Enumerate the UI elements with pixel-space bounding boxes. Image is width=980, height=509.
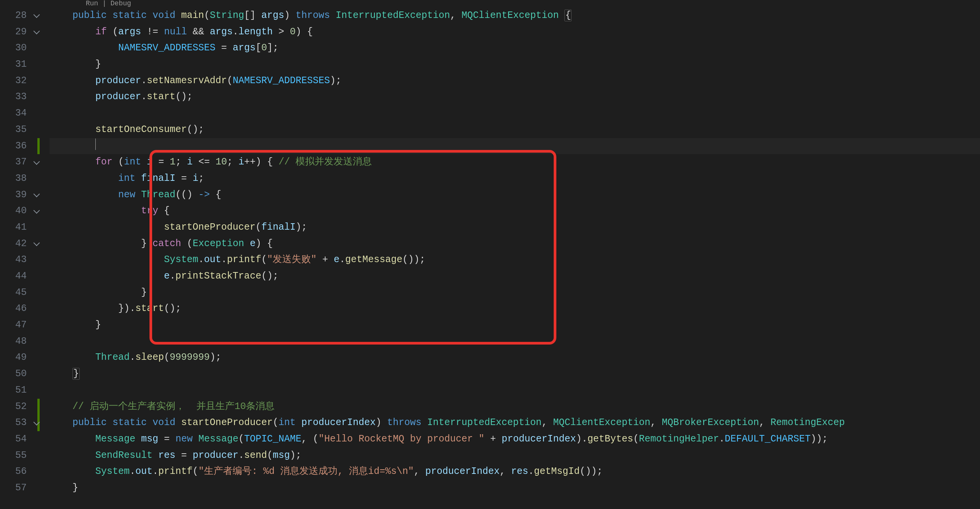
- line-number: 57: [0, 480, 42, 496]
- line-number: 32: [0, 73, 42, 89]
- line-number: 44: [0, 268, 42, 285]
- code-line[interactable]: new Thread(() -> {: [50, 187, 980, 203]
- line-number: 42: [0, 236, 42, 252]
- code-line[interactable]: }: [50, 366, 980, 382]
- line-number: 28: [0, 8, 42, 24]
- line-number: 33: [0, 89, 42, 105]
- codelens-run[interactable]: Run: [86, 0, 98, 7]
- code-line[interactable]: }: [50, 56, 980, 73]
- code-line[interactable]: Message msg = new Message(TOPIC_NAME, ("…: [50, 431, 980, 448]
- code-content-area[interactable]: Run | Debug public static void main(Stri…: [42, 0, 980, 509]
- code-line[interactable]: startOneProducer(finalI);: [50, 219, 980, 236]
- line-number: 50: [0, 366, 42, 382]
- line-number: 49: [0, 350, 42, 366]
- line-number: 38: [0, 171, 42, 187]
- line-number: 43: [0, 252, 42, 268]
- code-line[interactable]: int finalI = i;: [50, 171, 980, 187]
- code-line[interactable]: [50, 105, 980, 122]
- line-number: 41: [0, 219, 42, 236]
- code-editor: 2829303132333435363738394041424344454647…: [0, 0, 980, 509]
- line-number: 39: [0, 187, 42, 203]
- line-number: 51: [0, 382, 42, 399]
- code-line[interactable]: public static void main(String[] args) t…: [50, 8, 980, 24]
- line-number: 30: [0, 40, 42, 56]
- codelens-debug[interactable]: Debug: [111, 0, 131, 7]
- code-line[interactable]: // 启动一个生产者实例， 并且生产10条消息: [50, 399, 980, 415]
- line-number: 47: [0, 317, 42, 333]
- line-number: 45: [0, 285, 42, 301]
- code-line[interactable]: }).start();: [50, 301, 980, 317]
- line-number: 35: [0, 122, 42, 138]
- code-line-current[interactable]: [50, 138, 980, 155]
- line-number: 53: [0, 415, 42, 431]
- line-number: 56: [0, 464, 42, 480]
- code-line[interactable]: System.out.printf("发送失败" + e.getMessage(…: [50, 252, 980, 268]
- code-line[interactable]: for (int i = 1; i <= 10; i++) { // 模拟并发发…: [50, 154, 980, 171]
- line-number: 52: [0, 399, 42, 415]
- code-line[interactable]: if (args != null && args.length > 0) {: [50, 24, 980, 40]
- line-number: 31: [0, 56, 42, 73]
- line-number: 48: [0, 333, 42, 350]
- code-line[interactable]: NAMESRV_ADDRESSES = args[0];: [50, 40, 980, 56]
- code-line[interactable]: producer.start();: [50, 89, 980, 105]
- code-line[interactable]: try {: [50, 203, 980, 219]
- code-line[interactable]: [50, 382, 980, 399]
- code-line[interactable]: SendResult res = producer.send(msg);: [50, 448, 980, 464]
- line-number: 54: [0, 431, 42, 448]
- line-number: 46: [0, 301, 42, 317]
- code-line[interactable]: System.out.printf("生产者编号: %d 消息发送成功, 消息i…: [50, 464, 980, 480]
- code-line[interactable]: [50, 333, 980, 350]
- code-line[interactable]: } catch (Exception e) {: [50, 236, 980, 252]
- line-number: 34: [0, 105, 42, 122]
- code-line[interactable]: }: [50, 480, 980, 496]
- line-number: 55: [0, 448, 42, 464]
- code-line[interactable]: producer.setNamesrvAddr(NAMESRV_ADDRESSE…: [50, 73, 980, 89]
- code-line[interactable]: }: [50, 285, 980, 301]
- line-number: 37: [0, 154, 42, 171]
- line-number: 36: [0, 138, 42, 155]
- code-line[interactable]: }: [50, 317, 980, 333]
- codelens: Run | Debug: [50, 0, 980, 7]
- code-line[interactable]: e.printStackTrace();: [50, 268, 980, 285]
- line-number-gutter: 2829303132333435363738394041424344454647…: [0, 0, 42, 509]
- text-cursor: [95, 139, 96, 150]
- code-line[interactable]: Thread.sleep(9999999);: [50, 350, 980, 366]
- code-line[interactable]: public static void startOneProducer(int …: [50, 415, 980, 431]
- line-number: 40: [0, 203, 42, 219]
- line-number: 29: [0, 24, 42, 40]
- code-line[interactable]: startOneConsumer();: [50, 122, 980, 138]
